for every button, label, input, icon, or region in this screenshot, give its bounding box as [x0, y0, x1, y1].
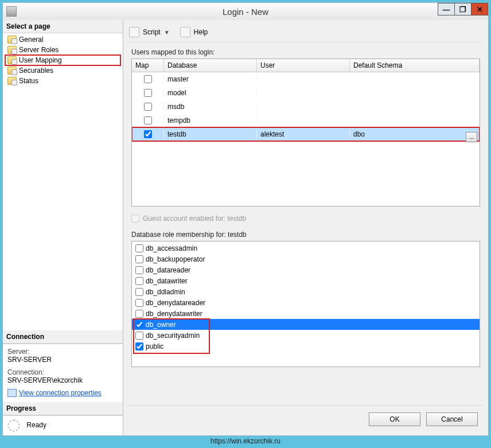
role-name: db_denydatareader — [146, 299, 205, 307]
role-name: db_backupoperator — [146, 255, 205, 263]
page-icon — [7, 56, 17, 64]
role-row[interactable]: db_owner — [132, 319, 480, 330]
titlebar: Login - New — ❐ ✕ — [3, 3, 488, 20]
role-row[interactable]: public — [132, 341, 480, 352]
map-checkbox[interactable] — [144, 75, 152, 83]
minimize-button[interactable]: — — [438, 3, 455, 15]
role-checkbox[interactable] — [135, 299, 143, 307]
nav-item-label: Status — [19, 77, 38, 85]
script-button[interactable]: Script — [143, 28, 161, 36]
progress-status: Ready — [26, 421, 46, 429]
role-row[interactable]: db_backupoperator — [132, 254, 480, 264]
role-checkbox[interactable] — [135, 277, 143, 285]
col-header-map[interactable]: Map — [132, 59, 164, 72]
role-checkbox[interactable] — [135, 342, 143, 350]
role-name: db_owner — [146, 321, 176, 329]
nav-item-label: User Mapping — [19, 56, 62, 64]
schema-browse-button[interactable]: ... — [466, 132, 477, 142]
connection-section-title: Connection — [3, 330, 123, 344]
role-name: db_accessadmin — [146, 244, 197, 252]
users-mapped-label: Users mapped to this login: — [131, 48, 480, 56]
role-name: db_securityadmin — [146, 332, 200, 340]
app-icon — [6, 6, 17, 17]
dialog-buttons: OK Cancel — [129, 405, 482, 431]
nav-item-label: Securables — [19, 67, 53, 75]
select-page-label: Select a page — [3, 20, 123, 33]
right-panel: Script ▼ Help Users mapped to this login… — [123, 20, 488, 435]
progress-info: Ready — [3, 415, 123, 435]
nav-item-general[interactable]: General — [5, 34, 120, 45]
role-checkbox[interactable] — [135, 310, 143, 318]
cell-database: msdb — [164, 103, 257, 111]
page-icon — [7, 46, 17, 54]
role-row[interactable]: db_datareader — [132, 264, 480, 275]
map-checkbox[interactable] — [144, 89, 152, 97]
cell-schema: dbo... — [350, 130, 480, 138]
role-row[interactable]: db_accessadmin — [132, 243, 480, 254]
server-value: SRV-SERVER — [7, 356, 118, 364]
role-membership-list[interactable]: db_accessadmindb_backupoperatordb_datare… — [131, 241, 480, 367]
role-row[interactable]: db_denydatareader — [132, 297, 480, 308]
col-header-schema[interactable]: Default Schema — [350, 59, 480, 72]
page-icon — [7, 77, 17, 85]
nav-item-server-roles[interactable]: Server Roles — [5, 45, 120, 55]
grid-row[interactable]: model — [132, 86, 480, 100]
grid-row[interactable]: tempdb — [132, 114, 480, 127]
nav-item-securables[interactable]: Securables — [5, 65, 120, 76]
page-nav: GeneralServer RolesUser MappingSecurable… — [3, 33, 123, 330]
col-header-database[interactable]: Database — [164, 59, 257, 72]
cell-database: model — [164, 89, 257, 97]
nav-item-label: Server Roles — [19, 46, 59, 54]
close-button[interactable]: ✕ — [471, 3, 488, 15]
guest-account-checkbox — [131, 215, 139, 223]
view-connection-properties-link[interactable]: View connection properties — [7, 389, 102, 397]
connection-info: Server: SRV-SERVER Connection: SRV-SERVE… — [3, 344, 123, 402]
map-checkbox[interactable] — [144, 116, 152, 124]
role-row[interactable]: db_datawriter — [132, 275, 480, 286]
cancel-button[interactable]: Cancel — [426, 412, 478, 426]
map-checkbox[interactable] — [144, 103, 152, 111]
grid-header: Map Database User Default Schema — [132, 59, 480, 72]
help-icon — [180, 27, 190, 37]
role-row[interactable]: db_securityadmin — [132, 330, 480, 341]
col-header-user[interactable]: User — [257, 59, 350, 72]
role-membership-label: Database role membership for: testdb — [131, 231, 480, 239]
cell-user: alektest — [257, 130, 350, 138]
guest-account-label: Guest account enabled for: testdb — [143, 215, 246, 223]
nav-item-user-mapping[interactable]: User Mapping — [5, 55, 120, 65]
cell-database: testdb — [164, 130, 257, 138]
role-row[interactable]: db_ddladmin — [132, 286, 480, 297]
page-icon — [7, 36, 17, 44]
view-connection-properties-text: View connection properties — [19, 389, 102, 397]
role-checkbox[interactable] — [135, 321, 143, 329]
role-checkbox[interactable] — [135, 332, 143, 340]
progress-spinner-icon — [7, 419, 20, 432]
left-panel: Select a page GeneralServer RolesUser Ma… — [3, 20, 123, 435]
nav-item-status[interactable]: Status — [5, 76, 120, 86]
footer-url: https://win.ekzorchik.ru — [2, 437, 489, 445]
role-checkbox[interactable] — [135, 266, 143, 274]
grid-row[interactable]: testdbalektestdbo... — [132, 127, 480, 141]
role-checkbox[interactable] — [135, 288, 143, 296]
script-icon — [129, 27, 139, 37]
role-checkbox[interactable] — [135, 244, 143, 252]
role-row[interactable]: db_denydatawriter — [132, 308, 480, 319]
grid-row[interactable]: msdb — [132, 100, 480, 114]
role-name: db_denydatawriter — [146, 310, 202, 318]
grid-row[interactable]: master — [132, 72, 480, 86]
connection-icon — [7, 389, 17, 397]
role-name: db_ddladmin — [146, 288, 185, 296]
connection-label: Connection: — [7, 368, 118, 376]
cell-database: tempdb — [164, 116, 257, 124]
map-checkbox[interactable] — [144, 130, 152, 138]
role-name: db_datareader — [146, 266, 190, 274]
nav-item-label: General — [19, 36, 44, 44]
toolbar: Script ▼ Help — [129, 25, 482, 42]
help-button[interactable]: Help — [194, 28, 208, 36]
user-map-grid[interactable]: Map Database User Default Schema masterm… — [131, 59, 480, 207]
script-dropdown-icon[interactable]: ▼ — [164, 29, 170, 36]
login-new-dialog: Login - New — ❐ ✕ Select a page GeneralS… — [2, 2, 489, 436]
ok-button[interactable]: OK — [369, 412, 420, 426]
role-checkbox[interactable] — [135, 255, 143, 263]
maximize-button[interactable]: ❐ — [454, 3, 471, 15]
